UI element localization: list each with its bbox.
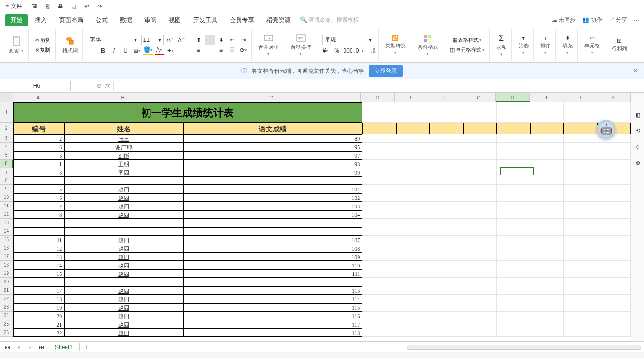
row-header-20[interactable]: 20	[0, 278, 13, 286]
cell-H21[interactable]	[497, 286, 531, 295]
cell-J8[interactable]	[564, 176, 598, 185]
cell-I5[interactable]	[530, 151, 564, 160]
bold-icon[interactable]: B	[98, 46, 108, 55]
font-effects-icon[interactable]: ✦	[166, 46, 175, 55]
share-button[interactable]: ↗ 分享	[609, 16, 627, 24]
cell-G12[interactable]	[463, 210, 497, 219]
add-sheet-icon[interactable]: ＋	[82, 343, 91, 352]
cell-J6[interactable]	[564, 160, 598, 168]
cell-E2[interactable]	[396, 123, 430, 134]
redo-icon[interactable]: ↷	[95, 2, 105, 11]
align-middle-icon[interactable]: ↕	[205, 35, 215, 45]
font-color-icon[interactable]: A	[155, 46, 164, 55]
prev-sheet-icon[interactable]: ‹	[14, 343, 23, 352]
cell-A17[interactable]: 13	[13, 252, 64, 261]
cell-E15[interactable]	[396, 236, 430, 244]
cell-F21[interactable]	[429, 286, 463, 295]
cell-J22[interactable]	[564, 295, 598, 303]
cell-K17[interactable]	[597, 252, 631, 261]
cell-A3[interactable]: 2	[13, 134, 64, 143]
row-header-14[interactable]: 14	[0, 227, 13, 236]
cell-C18[interactable]: 110	[183, 261, 363, 269]
cell-E17[interactable]	[396, 252, 430, 261]
cell-B7[interactable]: 李四	[64, 168, 183, 176]
col-header-C[interactable]: C	[182, 93, 361, 102]
col-header-I[interactable]: I	[530, 93, 563, 102]
cell-I12[interactable]	[530, 210, 564, 219]
row-header-4[interactable]: 4	[0, 143, 13, 151]
cell-E6[interactable]	[396, 160, 430, 168]
cell-K8[interactable]	[597, 176, 631, 185]
decrease-indent-icon[interactable]: ⇤	[228, 35, 237, 45]
cell-J23[interactable]	[564, 303, 598, 312]
cell-F23[interactable]	[429, 303, 463, 312]
tab-公式[interactable]: 公式	[90, 14, 113, 26]
cell-C17[interactable]: 109	[183, 252, 363, 261]
cell-E20[interactable]	[396, 278, 430, 286]
cell-H9[interactable]	[497, 185, 531, 193]
close-notice-icon[interactable]: ✕	[633, 68, 637, 74]
cell-B18[interactable]: 赵四	[64, 261, 183, 269]
row-header-23[interactable]: 23	[0, 303, 13, 312]
cell-K15[interactable]	[597, 236, 631, 244]
cell-C14[interactable]	[183, 227, 363, 236]
cell-B13[interactable]	[64, 219, 183, 227]
print-icon[interactable]: 🖶	[56, 2, 65, 11]
cell-B4[interactable]: 谢广坤	[64, 143, 183, 151]
cell-F25[interactable]	[429, 320, 463, 328]
cell-A8[interactable]	[13, 176, 64, 185]
cell-B24[interactable]: 赵四	[64, 312, 183, 320]
cell-H3[interactable]	[497, 134, 531, 143]
cell-J10[interactable]	[564, 193, 598, 202]
cell-F22[interactable]	[429, 295, 463, 303]
cell-H11[interactable]	[497, 202, 531, 210]
cell-D13[interactable]	[362, 219, 396, 227]
cell-A11[interactable]: 7	[13, 202, 64, 210]
cell-D2[interactable]	[362, 123, 396, 134]
title-cell[interactable]: 初一学生成绩统计表	[13, 102, 362, 123]
cell-G1[interactable]	[463, 102, 497, 123]
cell-G11[interactable]	[463, 202, 497, 210]
number-format-combo[interactable]: 常规▾	[322, 35, 374, 45]
cell-D24[interactable]	[362, 312, 396, 320]
fx-icon[interactable]: fx	[105, 83, 110, 89]
header-col-c[interactable]: 语文成绩	[183, 123, 363, 134]
cell-C7[interactable]: 99	[183, 168, 363, 176]
row-header-18[interactable]: 18	[0, 261, 13, 269]
cell-J11[interactable]	[564, 202, 598, 210]
cell-C21[interactable]: 113	[183, 286, 363, 295]
cell-H25[interactable]	[497, 320, 531, 328]
underline-icon[interactable]: U	[121, 46, 130, 55]
cell-F3[interactable]	[429, 134, 463, 143]
cell-H12[interactable]	[497, 210, 531, 219]
cell-F9[interactable]	[429, 185, 463, 193]
cell-F16[interactable]	[429, 244, 463, 252]
cell-F26[interactable]	[429, 328, 463, 337]
cell-J4[interactable]	[564, 143, 598, 151]
cell-I23[interactable]	[530, 303, 564, 312]
currency-icon[interactable]: ¥	[321, 46, 330, 55]
cell-K16[interactable]	[597, 244, 631, 252]
cell-K10[interactable]	[597, 193, 631, 202]
cell-A23[interactable]: 19	[13, 303, 64, 312]
cell-J17[interactable]	[564, 252, 598, 261]
row-header-8[interactable]: 8	[0, 176, 13, 185]
col-header-J[interactable]: J	[563, 93, 597, 102]
cell-A25[interactable]: 21	[13, 320, 64, 328]
col-header-E[interactable]: E	[395, 93, 428, 102]
cell-F13[interactable]	[429, 219, 463, 227]
cell-I3[interactable]	[530, 134, 564, 143]
cell-G22[interactable]	[463, 295, 497, 303]
cell-E25[interactable]	[396, 320, 430, 328]
cell-C22[interactable]: 114	[183, 295, 363, 303]
cell-J24[interactable]	[564, 312, 598, 320]
cell-D18[interactable]	[362, 261, 396, 269]
align-center-icon[interactable]: ≣	[205, 46, 215, 55]
increase-font-icon[interactable]: A⁺	[165, 35, 175, 45]
font-size-combo[interactable]: 11▾	[141, 35, 164, 45]
cell-F8[interactable]	[429, 176, 463, 185]
cell-J16[interactable]	[564, 244, 598, 252]
cell-F15[interactable]	[429, 236, 463, 244]
cell-K20[interactable]	[597, 278, 631, 286]
cell-J9[interactable]	[564, 185, 598, 193]
